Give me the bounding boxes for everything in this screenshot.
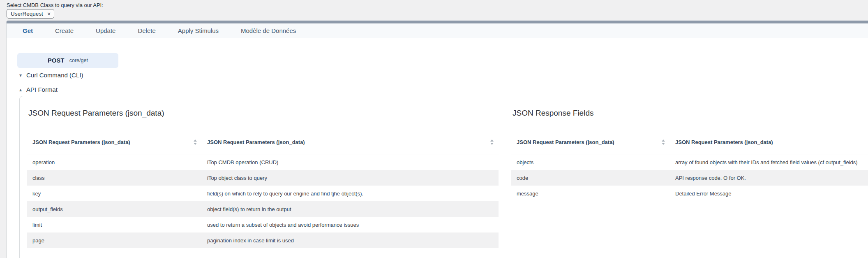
endpoint-chip[interactable]: POST core/get [17, 53, 118, 68]
sort-icon [490, 139, 494, 145]
tab-delete[interactable]: Delete [127, 27, 166, 34]
response-header-col2-label: JSON Request Parameters (json_data) [675, 139, 773, 145]
select-cmdb-label: Select CMDB Class to query via our API: [7, 2, 103, 8]
response-header-col1-label: JSON Request Parameters (json_data) [517, 139, 614, 145]
param-name: page [27, 237, 202, 244]
response-table-header: JSON Request Parameters (json_data) JSON… [511, 139, 868, 154]
field-name: message [511, 191, 670, 197]
curl-command-label: Curl Command (CLI) [26, 72, 83, 79]
endpoint-path: core/get [69, 58, 88, 63]
request-table-header: JSON Request Parameters (json_data) JSON… [27, 139, 499, 154]
sort-icon [194, 139, 197, 145]
table-row: limit used to return a subset of objects… [27, 217, 499, 232]
field-name: objects [511, 159, 670, 165]
param-description: pagination index in case limit is used [202, 237, 499, 244]
http-method-badge: POST [48, 57, 65, 64]
caret-up-icon: ▴ [19, 87, 22, 92]
param-description: iTop object class to query [202, 175, 499, 181]
field-description: array of found objects with their IDs an… [670, 159, 868, 165]
request-header-col2[interactable]: JSON Request Parameters (json_data) [202, 139, 499, 145]
field-description: API response code. O for OK. [670, 175, 868, 181]
table-row: key field(s) on which to rely to query o… [27, 186, 499, 201]
request-header-col1[interactable]: JSON Request Parameters (json_data) [27, 139, 202, 145]
param-name: class [27, 175, 202, 181]
request-header-col1-label: JSON Request Parameters (json_data) [32, 139, 130, 145]
tab-apply-stimulus[interactable]: Apply Stimulus [167, 27, 230, 34]
table-row: page pagination index in case limit is u… [27, 232, 499, 248]
response-fields-title: JSON Response Fields [512, 109, 868, 118]
request-header-col2-label: JSON Request Parameters (json_data) [207, 139, 305, 145]
api-tab-container: Get Create Update Delete Apply Stimulus … [6, 21, 868, 258]
tab-update[interactable]: Update [85, 27, 127, 34]
curl-command-toggle[interactable]: ▾ Curl Command (CLI) [19, 72, 83, 79]
tab-content: POST core/get ▾ Curl Command (CLI) ▴ API… [7, 38, 868, 258]
param-name: output_fields [27, 206, 202, 212]
tab-get[interactable]: Get [12, 27, 44, 34]
table-row: message Detailed Error Message [511, 186, 868, 201]
table-row: output_fields object field(s) to return … [27, 201, 499, 217]
table-row: class iTop object class to query [27, 170, 499, 186]
api-format-toggle[interactable]: ▴ API Format [19, 86, 58, 93]
field-name: code [511, 175, 670, 181]
param-description: field(s) on which to rely to query our e… [202, 191, 499, 197]
tab-create[interactable]: Create [44, 27, 85, 34]
field-description: Detailed Error Message [670, 191, 868, 197]
caret-down-icon: ▾ [19, 73, 22, 78]
cmdb-class-select[interactable]: UserRequest ∨ [7, 9, 54, 19]
param-description: object field(s) to return in the output [202, 206, 499, 212]
api-format-panel: JSON Request Parameters (json_data) JSON… [19, 96, 868, 258]
table-row: operation iTop CMDB operation (CRUD) [27, 154, 499, 170]
request-parameters-section: JSON Request Parameters (json_data) JSON… [27, 96, 499, 248]
response-table-body: objects array of found objects with thei… [511, 154, 868, 201]
param-description: used to return a subset of objects and a… [202, 222, 499, 228]
tab-modele-de-donnees[interactable]: Modèle de Données [230, 27, 307, 34]
response-header-col2[interactable]: JSON Request Parameters (json_data) [670, 139, 868, 145]
param-name: key [27, 191, 202, 197]
api-format-label: API Format [26, 86, 58, 93]
table-row: code API response code. O for OK. [511, 170, 868, 186]
cmdb-class-select-value: UserRequest [11, 11, 43, 17]
param-name: operation [27, 159, 202, 165]
chevron-down-icon: ∨ [47, 12, 51, 16]
sort-icon [662, 139, 665, 145]
request-parameters-title: JSON Request Parameters (json_data) [28, 109, 499, 118]
response-fields-section: JSON Response Fields JSON Request Parame… [511, 96, 868, 201]
table-row: objects array of found objects with thei… [511, 154, 868, 170]
param-description: iTop CMDB operation (CRUD) [202, 159, 499, 165]
tab-bar: Get Create Update Delete Apply Stimulus … [7, 23, 868, 38]
response-header-col1[interactable]: JSON Request Parameters (json_data) [511, 139, 670, 145]
request-table-body: operation iTop CMDB operation (CRUD) cla… [27, 154, 499, 248]
param-name: limit [27, 222, 202, 228]
